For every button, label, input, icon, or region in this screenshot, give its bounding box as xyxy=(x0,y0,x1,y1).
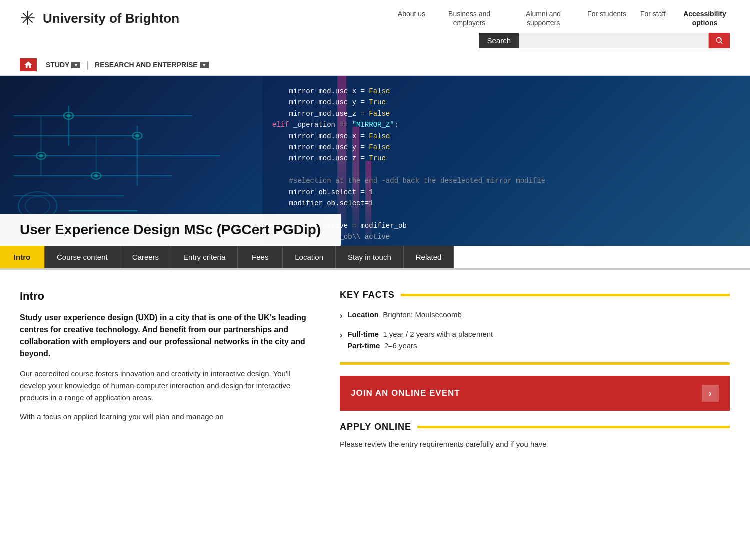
search-label: Search xyxy=(479,33,519,48)
university-name: University of Brighton xyxy=(43,12,180,26)
apply-label: APPLY ONLINE xyxy=(340,422,412,432)
apply-text: Please review the entry requirements car… xyxy=(340,438,730,450)
nav-accessibility[interactable]: Accessibility options xyxy=(680,10,730,28)
code-line-4: elif _operation == "MIRROR_Z": xyxy=(272,120,740,130)
code-line-1: mirror_mod.use_x = False xyxy=(272,86,740,97)
key-facts-line xyxy=(401,294,730,296)
svg-point-12 xyxy=(136,134,140,138)
key-facts-header: KEY FACTS xyxy=(340,290,730,300)
code-line-6: mirror_mod.use_y = False xyxy=(272,142,740,153)
search-button[interactable] xyxy=(709,33,730,48)
tab-location[interactable]: Location xyxy=(283,246,336,268)
hero-image: mirror_mod.use_x = False mirror_mod.use_… xyxy=(0,76,750,246)
content-right: KEY FACTS › Location Brighton: Moulsecoo… xyxy=(340,290,730,450)
fact-parttime-value: 2–6 years xyxy=(384,342,418,350)
code-line-10: mirror_ob.select = 1 xyxy=(272,187,740,198)
fact-location: › Location Brighton: Moulsecoomb xyxy=(340,310,730,322)
join-arrow-icon: › xyxy=(702,385,719,402)
tab-related[interactable]: Related xyxy=(404,246,454,268)
intro-heading: Intro xyxy=(20,290,310,303)
intro-para-2: With a focus on applied learning you wil… xyxy=(20,411,310,423)
tab-fees[interactable]: Fees xyxy=(238,246,283,268)
tab-entry-criteria[interactable]: Entry criteria xyxy=(172,246,238,268)
apply-line xyxy=(418,426,730,428)
secondary-nav: STUDY ▼ | RESEARCH AND ENTERPRISE ▼ xyxy=(0,54,750,76)
code-line-7: mirror_mod.use_z = True xyxy=(272,153,740,164)
svg-point-14 xyxy=(39,154,43,158)
join-event-button[interactable]: JOIN AN ONLINE EVENT › xyxy=(340,376,730,411)
code-line-2: mirror_mod.use_y = True xyxy=(272,97,740,108)
home-icon xyxy=(24,60,33,70)
study-chevron: ▼ xyxy=(72,62,80,68)
code-line-3: mirror_mod.use_z = False xyxy=(272,108,740,120)
fact-location-text: Location Brighton: Moulsecoomb xyxy=(348,310,462,321)
research-chevron: ▼ xyxy=(200,62,209,68)
search-form: Search xyxy=(479,33,730,48)
svg-point-18 xyxy=(26,197,50,215)
nav-alumni[interactable]: Alumni and supporters xyxy=(514,10,574,28)
tab-intro[interactable]: Intro xyxy=(0,246,45,268)
fact-duration-text: Full-time 1 year / 2 years with a placem… xyxy=(348,329,493,352)
code-line-11: modifier_ob.select=1 xyxy=(272,198,740,209)
nav-students[interactable]: For students xyxy=(588,10,626,18)
nav-about[interactable]: About us xyxy=(398,10,426,18)
fact-chevron-duration: › xyxy=(340,330,342,342)
fact-chevron-location: › xyxy=(340,310,342,322)
header-nav: About us Business and employers Alumni a… xyxy=(398,10,730,28)
nav-staff[interactable]: For staff xyxy=(640,10,666,18)
title-overlay: User Experience Design MSc (PGCert PGDip… xyxy=(0,214,750,246)
intro-para-1: Our accredited course fosters innovation… xyxy=(20,368,310,404)
content-left: Intro Study user experience design (UXD)… xyxy=(20,290,310,450)
code-line-5: mirror_mod.use_x = False xyxy=(272,131,740,142)
fact-fulltime-value: 1 year / 2 years with a placement xyxy=(383,330,493,338)
nav-business[interactable]: Business and employers xyxy=(440,10,500,28)
code-line-9: #selection at the end -add back the dese… xyxy=(272,176,740,186)
nav-separator: | xyxy=(86,60,89,70)
search-row: Search xyxy=(0,33,750,54)
svg-point-16 xyxy=(94,174,98,178)
intro-bold-text: Study user experience design (UXD) in a … xyxy=(20,312,310,360)
page-title-bar: User Experience Design MSc (PGCert PGDip… xyxy=(0,214,341,246)
main-content: Intro Study user experience design (UXD)… xyxy=(0,270,750,470)
nav-research[interactable]: RESEARCH AND ENTERPRISE ▼ xyxy=(91,61,213,69)
code-line-8 xyxy=(272,164,740,176)
nav-study[interactable]: STUDY ▼ xyxy=(42,61,84,69)
svg-point-10 xyxy=(66,114,70,118)
search-icon xyxy=(715,36,724,46)
tabs-bar: Intro Course content Careers Entry crite… xyxy=(0,246,750,270)
header: ✳ University of Brighton About us Busine… xyxy=(0,0,750,33)
university-logo-star: ✳ xyxy=(20,9,36,28)
divider-yellow xyxy=(340,362,730,365)
tab-course-content[interactable]: Course content xyxy=(45,246,120,268)
join-event-label: JOIN AN ONLINE EVENT xyxy=(351,388,460,398)
search-input[interactable] xyxy=(519,33,709,48)
logo-area: ✳ University of Brighton xyxy=(20,9,180,28)
page-title: User Experience Design MSc (PGCert PGDip… xyxy=(20,222,321,238)
study-label: STUDY xyxy=(46,61,70,69)
apply-online-header: APPLY ONLINE xyxy=(340,422,730,432)
fact-duration: › Full-time 1 year / 2 years with a plac… xyxy=(340,329,730,352)
tab-careers[interactable]: Careers xyxy=(120,246,172,268)
home-button[interactable] xyxy=(20,58,37,72)
research-label: RESEARCH AND ENTERPRISE xyxy=(95,61,198,69)
tab-stay-in-touch[interactable]: Stay in touch xyxy=(336,246,404,268)
fact-location-value: Brighton: Moulsecoomb xyxy=(383,310,462,319)
key-facts-label: KEY FACTS xyxy=(340,290,395,300)
